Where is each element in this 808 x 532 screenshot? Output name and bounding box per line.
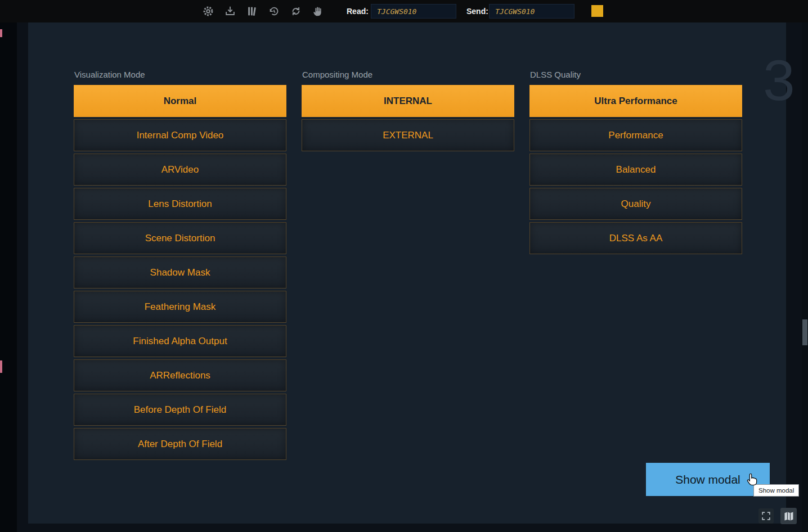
option-list: INTERNALEXTERNAL xyxy=(302,85,514,151)
group-label: Compositing Mode xyxy=(302,70,514,79)
option-finished-alpha-output[interactable]: Finished Alpha Output xyxy=(74,325,286,357)
group-dlss-quality: DLSS Quality Ultra PerformancePerformanc… xyxy=(529,70,742,254)
gear-icon[interactable] xyxy=(201,4,215,18)
scrollbar-thumb[interactable] xyxy=(802,319,807,345)
library-icon[interactable] xyxy=(245,4,259,18)
toolbar: Read: Send: xyxy=(0,0,808,22)
left-edge-strip xyxy=(0,22,17,532)
option-ultra-performance[interactable]: Ultra Performance xyxy=(529,85,742,117)
history-icon[interactable] xyxy=(267,4,281,18)
show-modal-button[interactable]: Show modal xyxy=(646,463,770,496)
option-scene-distortion[interactable]: Scene Distortion xyxy=(74,222,286,254)
read-label: Read: xyxy=(347,7,369,16)
page-watermark: 3 xyxy=(763,52,795,109)
option-performance[interactable]: Performance xyxy=(529,119,742,151)
option-balanced[interactable]: Balanced xyxy=(529,154,742,186)
option-list: Ultra PerformancePerformanceBalancedQual… xyxy=(529,85,742,254)
right-edge-strip xyxy=(802,22,808,532)
option-normal[interactable]: Normal xyxy=(74,85,286,117)
option-lens-distortion[interactable]: Lens Distortion xyxy=(74,188,286,220)
download-icon[interactable] xyxy=(223,4,237,18)
map-button[interactable] xyxy=(780,508,797,524)
option-internal[interactable]: INTERNAL xyxy=(302,85,514,117)
option-after-depth-of-field[interactable]: After Depth Of Field xyxy=(74,428,286,460)
option-dlss-as-aa[interactable]: DLSS As AA xyxy=(529,222,742,254)
status-indicator xyxy=(591,5,603,17)
control-panel: 3 Visualization Mode NormalInternal Comp… xyxy=(28,22,786,524)
group-visualization-mode: Visualization Mode NormalInternal Comp V… xyxy=(74,70,286,460)
fullscreen-expand-button[interactable] xyxy=(758,508,774,524)
refresh-icon[interactable] xyxy=(289,4,303,18)
option-arvideo[interactable]: ARVideo xyxy=(74,154,286,186)
option-internal-comp-video[interactable]: Internal Comp Video xyxy=(74,119,286,151)
read-input[interactable] xyxy=(371,4,456,19)
edge-artifact xyxy=(0,360,2,373)
screen: Read: Send: 3 Visualization Mode NormalI… xyxy=(0,0,808,532)
option-quality[interactable]: Quality xyxy=(529,188,742,220)
option-feathering-mask[interactable]: Feathering Mask xyxy=(74,291,286,323)
toolbar-icons xyxy=(201,4,325,18)
option-arreflections[interactable]: ARReflections xyxy=(74,359,286,391)
option-list: NormalInternal Comp VideoARVideoLens Dis… xyxy=(74,85,286,460)
option-before-depth-of-field[interactable]: Before Depth Of Field xyxy=(74,394,286,426)
edge-artifact xyxy=(0,29,2,37)
pan-hand-icon[interactable] xyxy=(311,4,325,18)
send-label: Send: xyxy=(466,7,488,16)
group-label: Visualization Mode xyxy=(74,70,286,79)
group-label: DLSS Quality xyxy=(530,70,742,79)
send-input[interactable] xyxy=(489,4,574,19)
group-compositing-mode: Compositing Mode INTERNALEXTERNAL xyxy=(302,70,514,151)
show-modal-tooltip: Show modal xyxy=(753,484,799,497)
option-external[interactable]: EXTERNAL xyxy=(302,119,514,151)
option-shadow-mask[interactable]: Shadow Mask xyxy=(74,256,286,288)
